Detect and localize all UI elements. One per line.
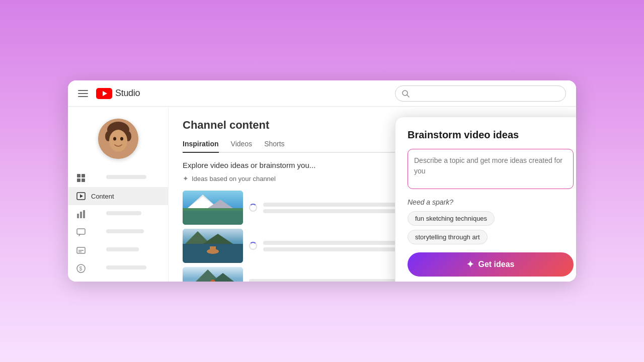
get-ideas-button[interactable]: ✦ Get ideas bbox=[408, 252, 574, 277]
sidebar-item-subtitles[interactable] bbox=[68, 241, 168, 259]
svg-rect-14 bbox=[82, 178, 85, 182]
tab-inspiration[interactable]: Inspiration bbox=[183, 140, 219, 153]
video-thumbnail-1 bbox=[183, 191, 243, 225]
logo-area: Studio bbox=[96, 88, 140, 99]
svg-point-10 bbox=[120, 137, 123, 141]
sidebar-item-label-content: Content bbox=[91, 193, 114, 200]
sidebar-item-monetization[interactable]: $ bbox=[68, 259, 168, 278]
search-bar[interactable] bbox=[395, 85, 566, 102]
loading-spinner-2 bbox=[249, 242, 257, 250]
svg-rect-12 bbox=[82, 174, 85, 177]
content-icon bbox=[76, 191, 86, 201]
svg-rect-19 bbox=[83, 210, 85, 218]
svg-text:$: $ bbox=[79, 266, 83, 272]
thumb-mountain-lake bbox=[183, 191, 243, 225]
dashboard-icon bbox=[76, 173, 86, 183]
sparkle-icon: ✦ bbox=[466, 259, 474, 270]
sidebar-item-content[interactable]: Content bbox=[68, 187, 168, 205]
svg-rect-20 bbox=[77, 229, 85, 234]
sidebar-line bbox=[106, 229, 144, 233]
browser-window: Studio bbox=[68, 80, 576, 282]
tab-videos[interactable]: Videos bbox=[231, 140, 253, 153]
youtube-logo-icon bbox=[96, 88, 112, 99]
comments-icon bbox=[76, 227, 86, 237]
brainstorm-panel: Brainstorm video ideas Need a spark? fun… bbox=[395, 117, 576, 282]
sidebar-item-revenue[interactable] bbox=[68, 278, 168, 282]
get-ideas-label: Get ideas bbox=[478, 260, 514, 269]
video-thumbnail-3 bbox=[183, 267, 243, 282]
sidebar-item-dashboard[interactable] bbox=[68, 169, 168, 187]
svg-rect-17 bbox=[77, 214, 79, 218]
avatar bbox=[98, 119, 138, 159]
svg-rect-11 bbox=[77, 174, 80, 177]
sidebar-line bbox=[106, 247, 139, 251]
svg-line-3 bbox=[407, 95, 409, 97]
svg-point-9 bbox=[113, 137, 116, 141]
svg-point-8 bbox=[109, 130, 127, 152]
avatar-area bbox=[68, 115, 168, 169]
sidebar-line bbox=[106, 175, 146, 179]
main-area: Content bbox=[68, 107, 576, 282]
sidebar-item-analytics[interactable] bbox=[68, 205, 168, 223]
sidebar: Content bbox=[68, 107, 169, 282]
sidebar-line bbox=[106, 265, 146, 269]
svg-marker-16 bbox=[80, 195, 83, 198]
spark-icon: ✦ bbox=[183, 174, 189, 183]
subtitles-icon bbox=[76, 245, 86, 255]
top-bar: Studio bbox=[68, 80, 576, 107]
tab-shorts[interactable]: Shorts bbox=[264, 140, 284, 153]
ideas-label: Ideas based on your channel bbox=[192, 175, 276, 183]
spark-chips: fun sketching techniques storytelling th… bbox=[408, 211, 574, 244]
topic-input[interactable] bbox=[408, 149, 574, 189]
studio-label: Studio bbox=[115, 88, 140, 99]
sidebar-line bbox=[106, 211, 141, 215]
video-thumbnail-2 bbox=[183, 229, 243, 263]
need-spark-label: Need a spark? bbox=[408, 198, 574, 206]
svg-rect-34 bbox=[183, 211, 243, 225]
search-icon bbox=[401, 89, 410, 98]
monetization-icon: $ bbox=[76, 263, 86, 274]
svg-rect-13 bbox=[77, 178, 80, 182]
svg-rect-40 bbox=[210, 246, 216, 251]
chip-fun-sketching[interactable]: fun sketching techniques bbox=[408, 211, 495, 226]
sidebar-item-comments[interactable] bbox=[68, 223, 168, 241]
content-area: Channel content Inspiration Videos Short… bbox=[169, 107, 576, 282]
loading-spinner-1 bbox=[249, 204, 257, 212]
thumb-person-lake bbox=[183, 267, 243, 282]
svg-rect-18 bbox=[80, 212, 82, 218]
hamburger-button[interactable] bbox=[78, 90, 88, 97]
thumb-lake-boat bbox=[183, 229, 243, 263]
avatar-image bbox=[98, 119, 138, 159]
analytics-icon bbox=[76, 209, 86, 219]
brainstorm-title: Brainstorm video ideas bbox=[408, 129, 574, 141]
chip-storytelling[interactable]: storytelling through art bbox=[408, 230, 488, 244]
